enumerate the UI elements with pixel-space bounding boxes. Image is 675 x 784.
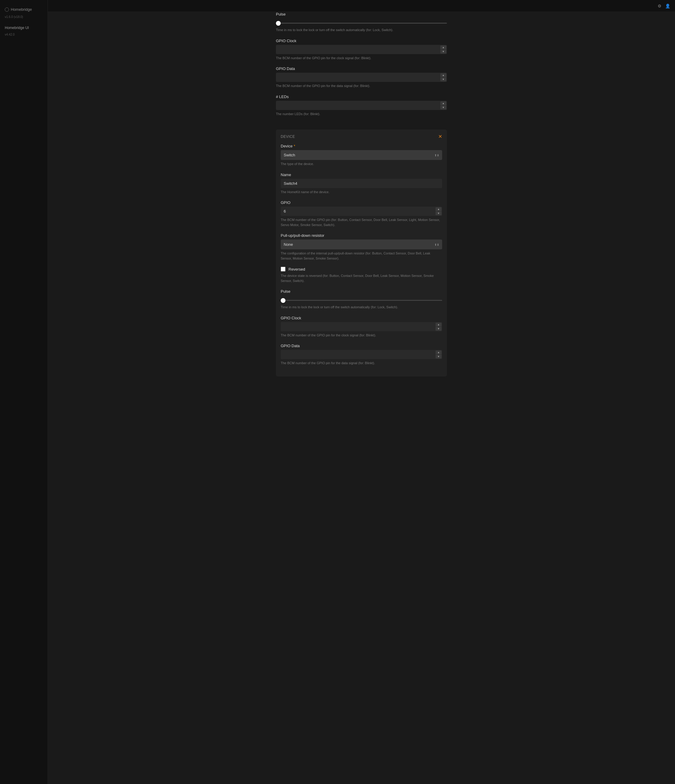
- content-area: Pulse Time in ms to lock the lock or tur…: [269, 12, 454, 395]
- device-type-label: Device *: [281, 144, 442, 148]
- gpio-data-device-spin-down[interactable]: ▼: [435, 355, 442, 358]
- reversed-checkbox[interactable]: [281, 267, 286, 272]
- device-type-field: Device * Switch Light Lock Button Contac…: [281, 144, 442, 166]
- device-type-required: *: [294, 144, 296, 148]
- gpio-pin-label: GPIO: [281, 200, 442, 205]
- gpio-data-device-field: GPIO Data ▲ ▼ The BCM number of the GPIO…: [281, 344, 442, 366]
- user-icon[interactable]: 👤: [665, 3, 670, 8]
- device-name-desc: The HomeKit name of the device.: [281, 190, 442, 194]
- gpio-pin-spin-down[interactable]: ▼: [435, 212, 442, 215]
- sidebar-brand: Homebridge: [0, 5, 48, 14]
- gpio-clock-top-spin: ▲ ▼: [440, 45, 446, 53]
- gpio-data-device-desc: The BCM number of the GPIO pin for the d…: [281, 361, 442, 366]
- gpio-clock-top-desc: The BCM number of the GPIO pin for the c…: [276, 56, 447, 61]
- section-divider: [276, 122, 447, 129]
- gpio-data-top-spin-down[interactable]: ▼: [440, 78, 446, 81]
- device-name-label: Name: [281, 173, 442, 177]
- gpio-clock-device-spin-down[interactable]: ▼: [435, 327, 442, 331]
- device-card: Device ✕ Device * Switch Light Lock Butt…: [276, 129, 447, 376]
- num-leds-top-field: # LEDs ▲ ▼ The number LEDs (for: Blinkt)…: [276, 95, 447, 117]
- device-card-header: Device ✕: [281, 134, 442, 139]
- pulse-top-label: Pulse: [276, 12, 447, 16]
- gpio-pin-input[interactable]: [281, 207, 442, 216]
- pulse-device-field: Pulse Time in ms to lock the lock or tur…: [281, 289, 442, 310]
- reversed-desc: The device state is reversed (for: Butto…: [281, 273, 442, 283]
- gpio-data-top-input[interactable]: [276, 73, 447, 82]
- sidebar-app-name: Homebridge UI: [0, 23, 48, 32]
- pulse-top-field: Pulse Time in ms to lock the lock or tur…: [276, 12, 447, 33]
- main-content: ⚙ 👤 Pulse Time in ms to lock the lock or…: [48, 0, 675, 784]
- gpio-clock-top-input[interactable]: [276, 45, 447, 54]
- gpio-clock-device-desc: The BCM number of the GPIO pin for the c…: [281, 333, 442, 338]
- gpio-pin-spin: ▲ ▼: [435, 207, 442, 215]
- num-leds-top-spin-down[interactable]: ▼: [440, 106, 446, 109]
- num-leds-top-spin-up[interactable]: ▲: [440, 101, 446, 105]
- gpio-clock-device-input[interactable]: [281, 322, 442, 331]
- pulse-device-slider-wrapper: [281, 296, 442, 303]
- gpio-data-device-spin: ▲ ▼: [435, 350, 442, 358]
- gpio-clock-device-spin: ▲ ▼: [435, 323, 442, 331]
- header: ⚙ 👤: [48, 0, 675, 12]
- gpio-clock-top-field: GPIO Clock ▲ ▼ The BCM number of the GPI…: [276, 39, 447, 61]
- settings-icon[interactable]: ⚙: [658, 3, 661, 8]
- pulse-top-desc: Time in ms to lock the lock or turn off …: [276, 28, 447, 33]
- gpio-pin-spin-up[interactable]: ▲: [435, 207, 442, 211]
- device-card-title: Device: [281, 135, 295, 139]
- pull-resistor-field: Pull-up/pull-down resistor None Pull-up …: [281, 233, 442, 261]
- gpio-data-top-field: GPIO Data ▲ ▼ The BCM number of the GPIO…: [276, 66, 447, 89]
- pulse-device-label: Pulse: [281, 289, 442, 294]
- home-icon: [5, 8, 9, 12]
- pulse-top-slider-wrapper: [276, 18, 447, 26]
- gpio-clock-top-input-wrapper: ▲ ▼: [276, 45, 447, 54]
- gpio-data-top-spin: ▲ ▼: [440, 73, 446, 81]
- num-leds-top-spin: ▲ ▼: [440, 101, 446, 109]
- pull-resistor-label: Pull-up/pull-down resistor: [281, 233, 442, 238]
- gpio-clock-top-spin-down[interactable]: ▼: [440, 50, 446, 53]
- reversed-checkbox-row: Reversed: [281, 267, 442, 272]
- remove-device-button[interactable]: ✕: [438, 134, 442, 139]
- sidebar-app-version: v4.42.0: [0, 32, 48, 37]
- reversed-label: Reversed: [288, 267, 305, 272]
- device-name-field: Name The HomeKit name of the device.: [281, 173, 442, 194]
- gpio-data-top-label: GPIO Data: [276, 66, 447, 71]
- gpio-clock-device-spin-up[interactable]: ▲: [435, 323, 442, 327]
- sidebar-brand-name: Homebridge: [11, 7, 32, 12]
- gpio-clock-device-label: GPIO Clock: [281, 316, 442, 320]
- num-leds-top-input-wrapper: ▲ ▼: [276, 101, 447, 110]
- device-type-select[interactable]: Switch Light Lock Button Contact Sensor …: [281, 150, 442, 160]
- gpio-data-top-input-wrapper: ▲ ▼: [276, 73, 447, 82]
- gpio-pin-field: GPIO ▲ ▼ The BCM number of the GPIO pin …: [281, 200, 442, 227]
- gpio-clock-top-label: GPIO Clock: [276, 39, 447, 43]
- top-section: Pulse Time in ms to lock the lock or tur…: [276, 12, 447, 116]
- pulse-top-slider[interactable]: [276, 23, 447, 23]
- gpio-data-device-input[interactable]: [281, 350, 442, 359]
- gpio-clock-device-input-wrapper: ▲ ▼: [281, 322, 442, 331]
- gpio-data-device-input-wrapper: ▲ ▼: [281, 350, 442, 359]
- num-leds-top-label: # LEDs: [276, 95, 447, 99]
- pull-resistor-select[interactable]: None Pull-up Pull-down: [281, 240, 442, 249]
- device-name-input[interactable]: [281, 179, 442, 188]
- pull-resistor-desc: The configuration of the internal pull-u…: [281, 251, 442, 261]
- gpio-clock-top-spin-up[interactable]: ▲: [440, 45, 446, 49]
- gpio-data-top-spin-up[interactable]: ▲: [440, 73, 446, 77]
- device-type-select-wrapper: Switch Light Lock Button Contact Sensor …: [281, 150, 442, 160]
- device-type-desc: The type of the device.: [281, 162, 442, 166]
- sidebar-version: v1.6.0 (v18.0): [0, 14, 48, 23]
- reversed-field: Reversed The device state is reversed (f…: [281, 267, 442, 283]
- pulse-device-slider[interactable]: [281, 300, 442, 301]
- gpio-data-device-label: GPIO Data: [281, 344, 442, 348]
- sidebar: Homebridge v1.6.0 (v18.0) Homebridge UI …: [0, 0, 48, 784]
- gpio-pin-desc: The BCM number of the GPIO pin (for: But…: [281, 218, 442, 227]
- pull-resistor-select-wrapper: None Pull-up Pull-down ⬆⬇: [281, 240, 442, 249]
- gpio-data-device-spin-up[interactable]: ▲: [435, 350, 442, 354]
- gpio-data-top-desc: The BCM number of the GPIO pin for the d…: [276, 83, 447, 89]
- num-leds-top-input[interactable]: [276, 101, 447, 110]
- gpio-clock-device-field: GPIO Clock ▲ ▼ The BCM number of the GPI…: [281, 316, 442, 338]
- gpio-pin-input-wrapper: ▲ ▼: [281, 207, 442, 216]
- pulse-device-desc: Time in ms to lock the lock or turn off …: [281, 305, 442, 310]
- num-leds-top-desc: The number LEDs (for: Blinkt).: [276, 112, 447, 117]
